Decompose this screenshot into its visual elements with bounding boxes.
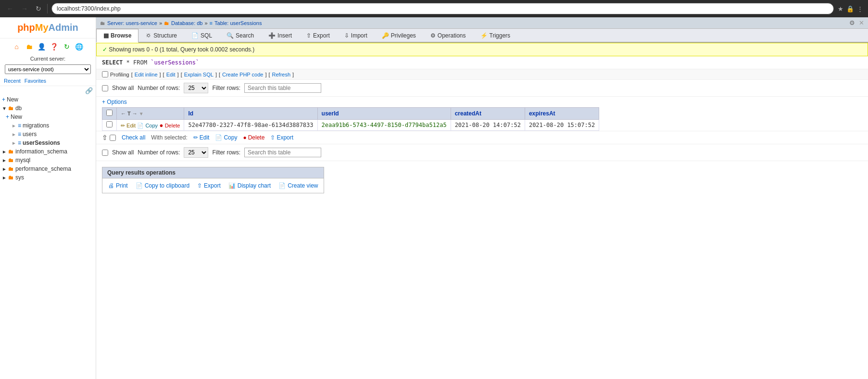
edit-link[interactable]: Edit (166, 72, 176, 77)
options-link[interactable]: + Options (102, 99, 127, 105)
qr-print-btn[interactable]: 🖨 Print (108, 182, 128, 189)
select-all-header[interactable] (106, 110, 113, 116)
breadcrumb-table[interactable]: Table: userSessions (214, 20, 262, 26)
sidebar-item-db[interactable]: ▼ 🖿 db (0, 104, 96, 113)
tab-sql[interactable]: 📄 SQL (184, 29, 219, 42)
tab-structure[interactable]: ⛭ Structure (138, 29, 184, 42)
reload-button[interactable]: ↻ (34, 4, 43, 13)
rows-select-bottom[interactable]: 2550100250 (184, 147, 208, 158)
col-header-nav: ← T → ▼ (117, 108, 184, 120)
explain-sql-link[interactable]: Explain SQL (184, 72, 214, 77)
profiling-sep2: ] (160, 72, 161, 77)
help-icon[interactable]: ❓ (49, 41, 60, 52)
col-userId-label: userId (322, 110, 339, 117)
check-all-btn[interactable]: Check all (122, 134, 145, 141)
col-right-arrow[interactable]: → (132, 111, 138, 116)
forward-button[interactable]: → (19, 4, 30, 13)
sidebar-item-sys[interactable]: ► 🖿 sys (0, 173, 96, 182)
check-all-checkbox[interactable] (110, 135, 116, 141)
privileges-tab-icon: 🔑 (382, 32, 389, 39)
profiling-sep10: ] (292, 72, 294, 77)
select-all-area: ⇧ (102, 134, 116, 141)
export-selected-btn[interactable]: ⇧ Export (270, 134, 293, 141)
show-all-checkbox-bottom[interactable] (102, 150, 108, 156)
chain-icon[interactable]: 🔗 (85, 87, 93, 94)
insert-tab-label: Insert (277, 32, 292, 39)
row-checkbox[interactable] (106, 121, 113, 127)
col-t-icon[interactable]: T (127, 111, 131, 116)
show-all-checkbox-top[interactable] (102, 85, 108, 91)
filter-input-bottom[interactable] (244, 148, 321, 157)
refresh-icon[interactable]: ↻ (62, 41, 72, 52)
logo-text: phpMyAdmin (17, 22, 78, 33)
sidebar-item-information-schema[interactable]: ► 🖿 information_schema (0, 147, 96, 156)
database-icon[interactable]: 🖿 (24, 41, 35, 52)
recent-link[interactable]: Recent (4, 78, 21, 84)
home-icon[interactable]: ⌂ (12, 41, 22, 52)
data-table-wrap: ← T → ▼ Id userId (96, 107, 868, 131)
tab-triggers[interactable]: ⚡ Triggers (473, 29, 518, 42)
qr-display-chart-btn[interactable]: 📊 Display chart (228, 182, 271, 189)
col-left-arrow[interactable]: ← (121, 111, 126, 116)
rows-select-top[interactable]: 2550100250 (184, 83, 208, 93)
tree-label: users (23, 131, 37, 138)
delete-row-link[interactable]: Delete (165, 123, 180, 128)
tab-search[interactable]: 🔍 Search (219, 29, 261, 42)
browser-chrome: ← → ↻ ★🔒⋮ (0, 0, 868, 17)
favorites-link[interactable]: Favorites (25, 78, 46, 84)
tab-operations[interactable]: ⚙ Operations (423, 29, 473, 42)
sidebar-item-userSessions[interactable]: ► ≡ userSessions (0, 139, 96, 147)
sidebar-item-users[interactable]: ► ≡ users (0, 130, 96, 139)
filter-input-top[interactable] (244, 83, 321, 93)
db-icon: 🖿 (8, 148, 14, 155)
sql-table: `userSessions` (151, 59, 199, 66)
tab-import[interactable]: ⇩ Import (337, 29, 375, 42)
tab-privileges[interactable]: 🔑 Privileges (375, 29, 423, 42)
breadcrumb-db[interactable]: Database: db (171, 20, 202, 26)
tab-insert[interactable]: ➕ Insert (261, 29, 299, 42)
tab-export[interactable]: ⇧ Export (299, 29, 337, 42)
col-header-createdAt[interactable]: createdAt (451, 108, 525, 120)
sidebar-item-mysql[interactable]: ► 🖿 mysql (0, 156, 96, 164)
create-php-link[interactable]: Create PHP code (222, 72, 263, 77)
table-expand-icon: ► (12, 132, 16, 137)
sidebar-item-performance-schema[interactable]: ► 🖿 performance_schema (0, 164, 96, 173)
breadcrumb-server[interactable]: Server: users-service (107, 20, 157, 26)
row-userId-cell: 2eaa91b6-5743-4497-8150-d7794ba512a5 (317, 120, 451, 131)
server-select[interactable]: users-service (root) (5, 64, 91, 74)
profiling-checkbox[interactable] (102, 71, 108, 77)
edit-inline-link[interactable]: Edit inline (135, 72, 158, 77)
sql-middle: * FROM (126, 59, 151, 66)
col-header-userId[interactable]: userId (317, 108, 451, 120)
settings-icon[interactable]: ⚙ (849, 19, 855, 26)
back-button[interactable]: ← (5, 4, 15, 13)
tab-browse[interactable]: ▦ Browse (96, 29, 138, 43)
copy-row-link[interactable]: 📄 Copy (137, 123, 158, 128)
qr-export-btn[interactable]: ⇧ Export (197, 182, 221, 189)
qr-copy-clipboard-btn[interactable]: 📄 Copy to clipboard (136, 182, 189, 189)
sidebar-item-migrations[interactable]: ► ≡ migrations (0, 121, 96, 130)
table-expand-icon: ► (12, 123, 16, 128)
tree-label: mysql (15, 157, 30, 164)
table-icon: ≡ (18, 122, 21, 129)
logo: phpMyAdmin (0, 17, 96, 38)
edit-row-link[interactable]: ✏ Edit (121, 123, 136, 128)
tree-label: db (15, 105, 22, 112)
col-header-expiresAt[interactable]: expiresAt (525, 108, 599, 120)
sidebar-item-new-db[interactable]: + New (0, 113, 96, 121)
import-tab-label: Import (351, 32, 367, 39)
qr-create-view-btn[interactable]: 📄 Create view (278, 182, 318, 189)
sql-tab-icon: 📄 (191, 32, 199, 39)
col-header-id[interactable]: Id (184, 108, 317, 120)
sidebar-item-new-top[interactable]: + New (0, 95, 96, 104)
refresh-link[interactable]: Refresh (272, 72, 291, 77)
row-checkbox-cell (102, 120, 117, 131)
user-icon[interactable]: 👤 (37, 41, 47, 52)
globe-icon[interactable]: 🌐 (74, 41, 85, 52)
copy-selected-btn[interactable]: 📄 Copy (215, 134, 237, 141)
close-icon[interactable]: ✕ (859, 19, 864, 26)
expand-icon: ► (2, 158, 7, 163)
url-bar[interactable] (51, 3, 834, 14)
edit-selected-btn[interactable]: ✏ Edit (193, 134, 210, 141)
delete-selected-btn[interactable]: ● Delete (243, 134, 264, 141)
